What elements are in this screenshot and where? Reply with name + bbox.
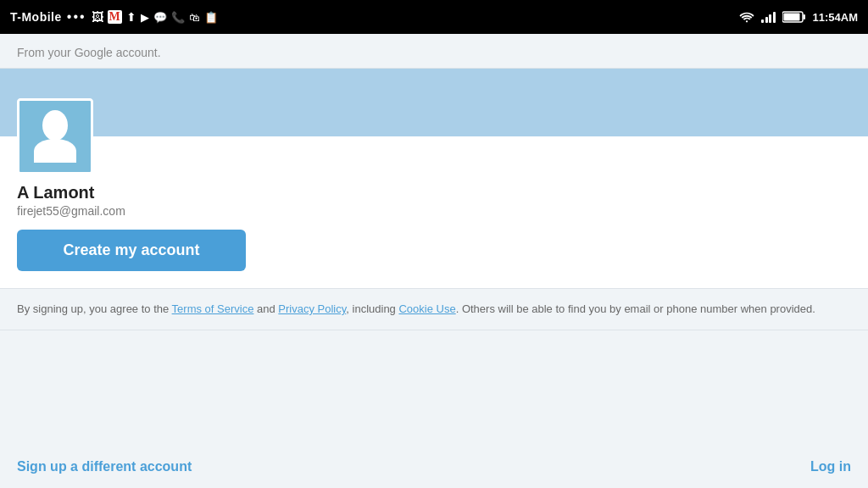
carrier-dots: ••• [67,9,86,25]
upload-icon: ⬆ [126,10,136,24]
gmail-icon: M [108,10,122,24]
svg-rect-1 [783,14,799,21]
profile-card: A Lamont firejet55@gmail.com Create my a… [0,68,868,289]
user-email: firejet55@gmail.com [17,204,851,218]
from-google-label: From your Google account. [0,34,868,68]
youtube-icon: ▶ [141,11,149,24]
user-name: A Lamont [17,183,851,202]
profile-body: A Lamont firejet55@gmail.com Create my a… [0,136,868,288]
phone-icon: 📞 [171,11,185,24]
wifi-icon [739,11,754,23]
status-bar-right: 11:54AM [739,11,858,24]
status-bar: T-Mobile ••• 🖼 M ⬆ ▶ 💬 📞 🛍 📋 [0,0,868,34]
carrier-text: T-Mobile [10,10,62,24]
signal-icon [761,11,776,23]
terms-of-service-link[interactable]: Terms of Service [172,302,254,315]
terms-and: and [253,302,278,315]
avatar [17,98,93,175]
privacy-policy-link[interactable]: Privacy Policy [278,302,346,315]
cookie-use-link[interactable]: Cookie Use [398,302,455,315]
image-icon: 🖼 [92,10,103,24]
terms-including: including [349,302,399,315]
main-content: From your Google account. A Lamont firej… [0,34,868,488]
bag-icon: 🛍 [189,11,200,24]
terms-suffix: . Others will be able to find you by ema… [456,302,815,315]
log-in-button[interactable]: Log in [810,459,851,474]
time-display: 11:54AM [813,11,858,24]
create-account-button[interactable]: Create my account [17,230,246,271]
avatar-body [34,139,76,163]
battery-icon [782,11,806,23]
chat-icon: 💬 [153,11,167,24]
terms-prefix: By signing up, you agree to the [17,302,172,315]
terms-section: By signing up, you agree to the Terms of… [0,289,868,330]
profile-banner [0,69,868,136]
avatar-person [34,110,76,163]
notification-icons: 🖼 M ⬆ ▶ 💬 📞 🛍 📋 [92,10,218,24]
bottom-links: Sign up a different account Log in [0,446,868,488]
clipboard-icon: 📋 [204,11,218,24]
avatar-head [42,110,68,141]
sign-up-different-button[interactable]: Sign up a different account [17,459,192,474]
svg-rect-2 [803,14,805,19]
status-bar-left: T-Mobile ••• 🖼 M ⬆ ▶ 💬 📞 🛍 📋 [10,9,218,25]
